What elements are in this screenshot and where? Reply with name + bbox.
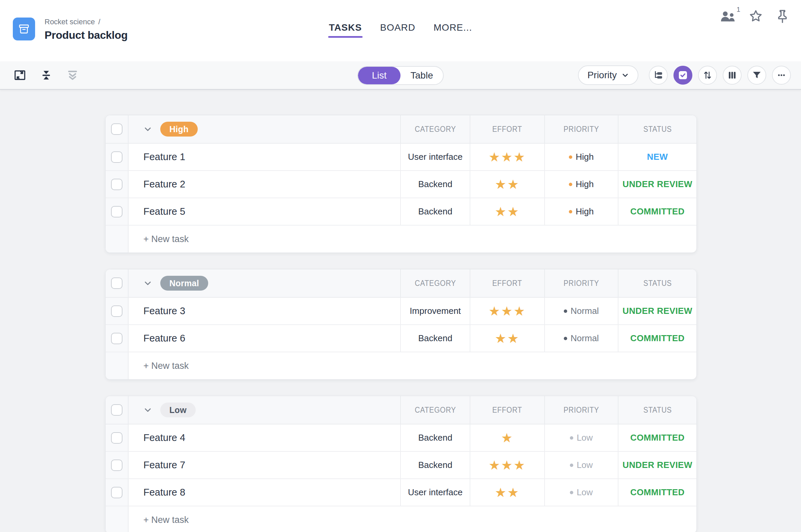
- new-task-label[interactable]: + New task: [129, 506, 696, 532]
- group-select-checkbox[interactable]: [111, 124, 123, 135]
- new-task-row[interactable]: + New task: [106, 226, 696, 252]
- task-row[interactable]: Feature 4 Backend ★ Low COMMITTED: [106, 424, 696, 452]
- priority-dot: [564, 309, 567, 313]
- task-status[interactable]: UNDER REVIEW: [618, 171, 696, 197]
- expand-all-icon[interactable]: [66, 69, 79, 81]
- task-name[interactable]: Feature 7: [129, 452, 400, 478]
- task-priority-cell[interactable]: Normal: [544, 298, 618, 324]
- collapse-rows-icon[interactable]: [40, 69, 53, 81]
- view-toggle-list[interactable]: List: [358, 67, 401, 84]
- task-category[interactable]: Backend: [400, 171, 470, 197]
- task-priority-cell[interactable]: High: [544, 144, 618, 170]
- task-category[interactable]: Backend: [400, 424, 470, 451]
- task-name[interactable]: Feature 1: [129, 144, 400, 170]
- task-gutter: [106, 144, 129, 170]
- task-row[interactable]: Feature 5 Backend ★★ High COMMITTED: [106, 198, 696, 226]
- task-status[interactable]: NEW: [618, 144, 696, 170]
- archive-box-icon[interactable]: [13, 18, 35, 40]
- filter-icon[interactable]: [747, 66, 766, 84]
- task-select-checkbox[interactable]: [111, 487, 123, 498]
- group-title-cell: Normal: [129, 269, 400, 297]
- task-select-checkbox[interactable]: [111, 151, 123, 163]
- task-effort-stars[interactable]: ★★: [470, 479, 544, 506]
- pin-icon[interactable]: [775, 9, 789, 24]
- breadcrumb-collection[interactable]: Rocket science: [44, 18, 95, 26]
- group-select-checkbox[interactable]: [111, 404, 123, 416]
- new-task-label[interactable]: + New task: [129, 352, 696, 379]
- task-select-checkbox[interactable]: [111, 333, 123, 344]
- task-priority-cell[interactable]: High: [544, 171, 618, 197]
- group-gutter: [106, 269, 129, 297]
- task-category[interactable]: User interface: [400, 144, 470, 170]
- task-row[interactable]: Feature 7 Backend ★★★ Low UNDER REVIEW: [106, 452, 696, 479]
- group-badge[interactable]: Normal: [160, 276, 208, 291]
- task-effort-stars[interactable]: ★★: [470, 171, 544, 197]
- more-icon[interactable]: [772, 66, 791, 84]
- task-name[interactable]: Feature 6: [129, 325, 400, 352]
- task-priority-cell[interactable]: Normal: [544, 325, 618, 352]
- task-effort-stars[interactable]: ★★: [470, 198, 544, 225]
- task-name[interactable]: Feature 5: [129, 198, 400, 225]
- task-priority-cell[interactable]: Low: [544, 479, 618, 506]
- breadcrumb[interactable]: Rocket science /: [44, 18, 128, 26]
- group-select-checkbox[interactable]: [111, 278, 123, 289]
- task-row[interactable]: Feature 1 User interface ★★★ High NEW: [106, 144, 696, 171]
- task-select-checkbox[interactable]: [111, 459, 123, 471]
- task-status[interactable]: COMMITTED: [618, 198, 696, 225]
- task-effort-stars[interactable]: ★★★: [470, 298, 544, 324]
- group-by-select[interactable]: Priority: [578, 65, 638, 85]
- star-icon[interactable]: [748, 9, 763, 24]
- collaborators-icon[interactable]: 1: [720, 10, 736, 23]
- task-category[interactable]: User interface: [400, 479, 470, 506]
- task-status[interactable]: UNDER REVIEW: [618, 298, 696, 324]
- task-name[interactable]: Feature 3: [129, 298, 400, 324]
- task-name[interactable]: Feature 8: [129, 479, 400, 506]
- priority-dot: [564, 337, 567, 340]
- task-select-checkbox[interactable]: [111, 305, 123, 317]
- sort-icon[interactable]: [698, 66, 717, 84]
- task-status[interactable]: UNDER REVIEW: [618, 452, 696, 478]
- chevron-down-icon[interactable]: [143, 405, 152, 414]
- task-row[interactable]: Feature 6 Backend ★★ Normal COMMITTED: [106, 325, 696, 352]
- task-status[interactable]: COMMITTED: [618, 325, 696, 352]
- tab-board[interactable]: BOARD: [380, 22, 415, 38]
- hierarchy-icon[interactable]: [649, 66, 668, 84]
- columns-icon[interactable]: [723, 66, 742, 84]
- task-select-checkbox[interactable]: [111, 206, 123, 217]
- task-priority-cell[interactable]: Low: [544, 424, 618, 451]
- chevron-down-icon[interactable]: [143, 279, 152, 288]
- task-category[interactable]: Backend: [400, 198, 470, 225]
- task-select-checkbox[interactable]: [111, 179, 123, 190]
- task-priority-cell[interactable]: Low: [544, 452, 618, 478]
- task-row[interactable]: Feature 3 Improvement ★★★ Normal UNDER R…: [106, 298, 696, 325]
- group-header-row: Normal CATEGORY EFFORT PRIORITY STATUS: [106, 269, 696, 298]
- new-task-label[interactable]: + New task: [129, 226, 696, 252]
- new-task-row[interactable]: + New task: [106, 352, 696, 379]
- task-name[interactable]: Feature 4: [129, 424, 400, 451]
- task-category[interactable]: Backend: [400, 452, 470, 478]
- chevron-down-icon[interactable]: [143, 125, 152, 133]
- task-effort-stars[interactable]: ★★★: [470, 144, 544, 170]
- task-category[interactable]: Backend: [400, 325, 470, 352]
- task-select-checkbox[interactable]: [111, 432, 123, 444]
- new-task-row[interactable]: + New task: [106, 506, 696, 532]
- task-effort-stars[interactable]: ★★: [470, 325, 544, 352]
- tab-tasks[interactable]: TASKS: [329, 22, 362, 38]
- column-header-category: CATEGORY: [400, 396, 470, 424]
- task-status[interactable]: COMMITTED: [618, 424, 696, 451]
- view-toggle-table[interactable]: Table: [401, 67, 443, 84]
- group-badge[interactable]: High: [160, 122, 198, 136]
- maximize-icon[interactable]: [14, 69, 26, 81]
- task-status[interactable]: COMMITTED: [618, 479, 696, 506]
- task-effort-stars[interactable]: ★: [470, 424, 544, 451]
- task-row[interactable]: Feature 8 User interface ★★ Low COMMITTE…: [106, 479, 696, 506]
- task-category[interactable]: Improvement: [400, 298, 470, 324]
- task-effort-stars[interactable]: ★★★: [470, 452, 544, 478]
- task-name[interactable]: Feature 2: [129, 171, 400, 197]
- column-header-category: CATEGORY: [400, 115, 470, 143]
- select-tasks-icon[interactable]: [673, 66, 692, 84]
- group-badge[interactable]: Low: [160, 402, 196, 417]
- task-priority-cell[interactable]: High: [544, 198, 618, 225]
- task-row[interactable]: Feature 2 Backend ★★ High UNDER REVIEW: [106, 171, 696, 198]
- tab-more[interactable]: MORE...: [434, 22, 472, 38]
